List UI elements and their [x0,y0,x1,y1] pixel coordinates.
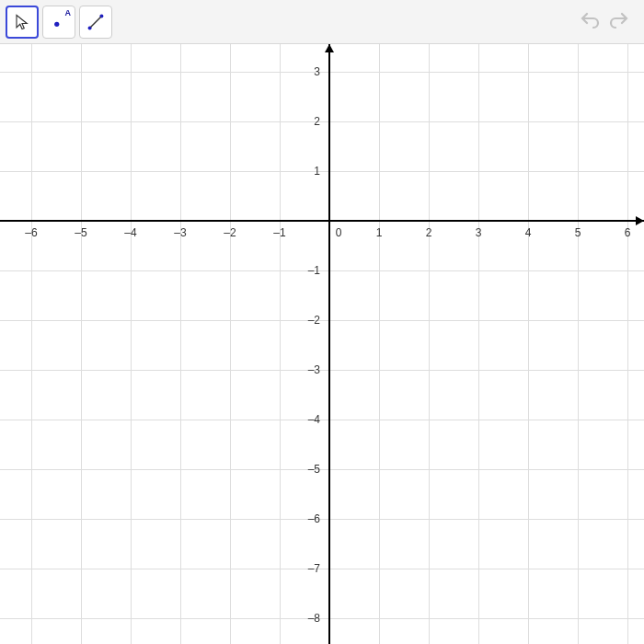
grid-line-horizontal [0,469,644,470]
y-tick-label: –5 [308,463,320,476]
x-axis-arrow-icon [636,216,644,225]
grid-line-horizontal [0,320,644,321]
grid-line-vertical [81,44,82,644]
y-tick-label: –8 [308,612,320,625]
x-tick-label: –4 [124,226,136,239]
grid-line-horizontal [0,121,644,122]
grid-line-vertical [528,44,529,644]
grid-line-horizontal [0,370,644,371]
x-tick-label: 6 [625,226,631,239]
grid-line-horizontal [0,519,644,520]
grid-line-vertical [180,44,181,644]
svg-line-3 [91,17,101,27]
y-tick-label: 2 [314,115,320,128]
x-tick-label: –1 [273,226,285,239]
y-tick-label: –2 [308,314,320,327]
segment-tool-button[interactable] [79,6,112,39]
x-tick-label: 0 [336,226,342,239]
redo-button[interactable] [605,8,633,36]
y-tick-label: 3 [314,65,320,78]
grid-line-horizontal [0,569,644,569]
segment-icon [86,12,106,32]
undo-icon [579,11,601,33]
grid-line-vertical [131,44,132,644]
x-tick-label: 3 [476,226,482,239]
grid-line-horizontal [0,171,644,172]
point-tool-button[interactable]: A [42,6,75,39]
grid-line-vertical [478,44,479,644]
svg-point-0 [54,21,59,26]
y-tick-label: –6 [308,512,320,525]
grid-line-vertical [230,44,231,644]
history-group [576,8,638,36]
x-tick-label: 4 [525,226,532,239]
x-tick-label: –2 [224,226,236,239]
y-tick-label: –1 [308,264,320,277]
tool-group: A [6,6,112,39]
x-tick-label: –3 [174,226,186,239]
y-tick-label: –4 [308,413,320,426]
x-tick-label: –5 [75,226,86,239]
cursor-icon [14,14,30,30]
grid-line-vertical [31,44,32,644]
x-tick-label: 1 [376,226,383,239]
x-tick-label: 5 [575,226,581,239]
graph-canvas[interactable]: –6–5–4–3–2–10123456321–1–2–3–4–5–6–7–8 [0,44,644,644]
grid-line-vertical [627,44,628,644]
redo-icon [608,11,630,33]
grid-line-vertical [429,44,430,644]
grid-line-vertical [578,44,579,644]
y-tick-label: 1 [314,165,320,178]
grid-line-horizontal [0,72,644,73]
y-tick-label: –7 [308,562,320,575]
x-axis [0,220,644,222]
grid-line-vertical [379,44,380,644]
y-axis-arrow-icon [325,44,334,52]
toolbar: A [0,0,644,44]
x-tick-label: –6 [25,226,37,239]
y-tick-label: –3 [308,363,320,376]
grid-line-horizontal [0,420,644,420]
move-tool-button[interactable] [6,6,39,39]
grid-line-horizontal [0,270,644,271]
y-axis [328,44,330,644]
x-tick-label: 2 [426,226,432,239]
grid-line-horizontal [0,618,644,619]
undo-button[interactable] [576,8,604,36]
point-tool-badge: A [65,8,72,17]
grid-line-vertical [280,44,281,644]
